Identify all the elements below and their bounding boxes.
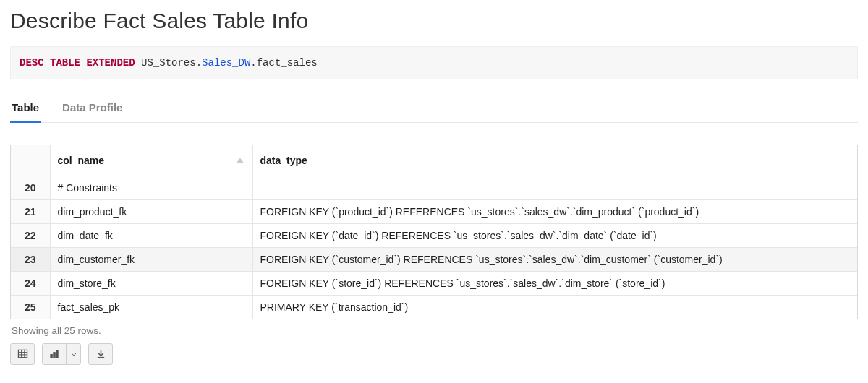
row-number-cell: 25 [11, 295, 50, 319]
cell-data-type [252, 176, 857, 199]
sql-database: US_Stores [141, 57, 196, 69]
results-grid: col_name data_type 20# Constraints21dim_… [10, 145, 858, 319]
column-header-label: col_name [58, 155, 105, 166]
download-icon [95, 348, 106, 359]
row-number-header [11, 145, 50, 176]
cell-data-type: FOREIGN KEY (`store_id`) REFERENCES `us_… [252, 271, 857, 295]
sql-dot: . [250, 57, 256, 69]
svg-rect-7 [56, 350, 57, 358]
table-icon [17, 348, 28, 359]
cell-data-type: FOREIGN KEY (`customer_id`) REFERENCES `… [252, 247, 857, 271]
tab-table[interactable]: Table [10, 94, 41, 123]
sql-code-block: DESC TABLE EXTENDED US_Stores.Sales_DW.f… [10, 46, 858, 79]
cell-data-type: PRIMARY KEY (`transaction_id`) [252, 295, 857, 319]
cell-data-type: FOREIGN KEY (`product_id`) REFERENCES `u… [252, 199, 857, 223]
row-number-cell: 22 [11, 223, 50, 247]
result-tabs: Table Data Profile [10, 94, 858, 123]
row-number-cell: 24 [11, 271, 50, 295]
cell-col-name: dim_store_fk [50, 271, 252, 295]
table-row[interactable]: 22dim_date_fkFOREIGN KEY (`date_id`) REF… [11, 223, 857, 247]
chart-view-button[interactable] [43, 344, 66, 364]
svg-rect-0 [18, 350, 27, 357]
sql-schema: Sales_DW [202, 57, 250, 69]
table-row[interactable]: 24dim_store_fkFOREIGN KEY (`store_id`) R… [11, 271, 857, 295]
cell-col-name: dim_date_fk [50, 223, 252, 247]
cell-data-type: FOREIGN KEY (`date_id`) REFERENCES `us_s… [252, 223, 857, 247]
chart-view-split-button [42, 343, 81, 365]
row-count-status: Showing all 25 rows. [10, 319, 858, 343]
result-toolbar [10, 343, 858, 365]
bar-chart-icon [49, 348, 60, 359]
row-number-cell: 21 [11, 199, 50, 223]
cell-col-name: # Constraints [50, 176, 252, 199]
sql-keyword: DESC TABLE EXTENDED [20, 57, 135, 69]
table-row[interactable]: 21dim_product_fkFOREIGN KEY (`product_id… [11, 199, 857, 223]
svg-rect-6 [53, 353, 54, 358]
page-title: Describe Fact Sales Table Info [10, 9, 858, 33]
column-header-label: data_type [260, 155, 307, 166]
table-row[interactable]: 20# Constraints [11, 176, 857, 199]
sql-table: fact_sales [257, 57, 318, 69]
column-header-data-type[interactable]: data_type [252, 145, 857, 176]
cell-col-name: fact_sales_pk [50, 295, 252, 319]
cell-col-name: dim_product_fk [50, 199, 252, 223]
chevron-down-icon [70, 350, 77, 358]
table-row[interactable]: 25fact_sales_pkPRIMARY KEY (`transaction… [11, 295, 857, 319]
sql-dot: . [196, 57, 202, 69]
sort-asc-icon[interactable] [237, 158, 244, 163]
table-row[interactable]: 23dim_customer_fkFOREIGN KEY (`customer_… [11, 247, 857, 271]
tab-data-profile[interactable]: Data Profile [61, 94, 124, 123]
cell-col-name: dim_customer_fk [50, 247, 252, 271]
svg-rect-5 [50, 354, 51, 358]
table-view-button[interactable] [10, 343, 35, 365]
column-header-col-name[interactable]: col_name [50, 145, 252, 176]
chart-view-dropdown[interactable] [66, 344, 80, 364]
row-number-cell: 20 [11, 176, 50, 199]
row-number-cell: 23 [11, 247, 50, 271]
download-button[interactable] [88, 343, 113, 365]
